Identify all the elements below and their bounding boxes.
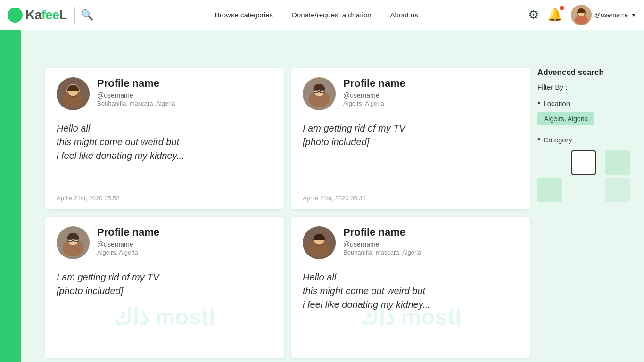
notifications-icon[interactable]: 🔔 [547,8,562,22]
category-grid-row1 [537,150,636,175]
card-1-footer: Aprile 21st, 2020 05:58 [57,191,272,202]
adv-search-title: Advenced search [537,68,636,77]
user-avatar [571,5,592,25]
adv-category-label: Category [537,135,636,145]
card-2-location: Algeirs, Algeria [343,100,405,107]
card-4-footer [303,347,519,351]
nav-right: ⚙ 🔔 @username ▼ [528,5,636,25]
left-sidebar [0,0,21,362]
card-4-header: Profile name @username Bouhanifia, masca… [303,226,519,259]
card-4-message: Hello allthis might come out weird buti … [303,271,519,312]
card-2-username: @username [343,91,405,99]
card-1-avatar [57,77,90,110]
page-wrapper: Profile name @username Bouhanifia, masca… [21,30,644,358]
card-2-meta: Profile name @username Algeirs, Algeria [343,77,405,107]
advanced-search-sidebar: Advenced search Filter By : Location Alg… [537,68,636,358]
card-2-footer: Aprile 21st, 2020 05:30 [303,191,519,202]
card-1-location: Bouhanifia, mascara, Algeria [97,100,175,107]
card-3-message: I am getting rid of my TV[photo included… [57,271,272,298]
navbar: KafeeL 🔍 Browse categories Donate/reques… [0,0,644,30]
notification-badge [560,6,564,10]
card-2-profile-name: Profile name [343,77,405,90]
search-icon[interactable]: 🔍 [81,9,93,21]
card-3-username: @username [97,240,159,248]
logo-circle [8,8,23,23]
card-2-avatar [303,77,336,110]
adv-location-value[interactable]: Algeirs, Algeria [537,112,594,125]
card-1-meta: Profile name @username Bouhanifia, masca… [97,77,175,107]
logo-text: KafeeL [25,8,66,23]
card-1-profile-name: Profile name [97,77,175,90]
card-2-header: Profile name @username Algeirs, Algeria [303,77,519,110]
card-3-footer [57,347,272,351]
card-3-location: Algeirs, Algeria [97,249,159,256]
settings-icon[interactable]: ⚙ [528,8,539,22]
card-1-message: Hello allthis might come out weird buti … [57,122,272,163]
card-4[interactable]: Profile name @username Bouhanifia, masca… [291,217,530,358]
card-3-meta: Profile name @username Algeirs, Algeria [97,226,159,256]
nav-caret-icon: ▼ [631,12,636,18]
card-4-profile-name: Profile name [343,226,421,239]
nav-donate[interactable]: Donate/request a dnation [292,11,371,19]
card-1-username: @username [97,91,175,99]
card-4-avatar [303,226,336,259]
cat-icon-1[interactable] [537,150,562,175]
card-4-body: Hello allthis might come out weird buti … [303,267,519,347]
nav-links: Browse categories Donate/request a dnati… [105,11,528,19]
card-2[interactable]: Profile name @username Algeirs, Algeria … [291,68,530,209]
card-3-profile-name: Profile name [97,226,159,239]
cards-area: Profile name @username Bouhanifia, masca… [45,68,530,358]
cat-icon-6[interactable] [605,178,630,202]
card-4-meta: Profile name @username Bouhanifia, masca… [343,226,421,256]
cat-icon-3[interactable] [605,150,630,175]
category-grid-row2 [537,178,636,202]
nav-about[interactable]: About us [390,11,418,19]
nav-browse[interactable]: Browse categories [215,11,273,19]
card-3-avatar [57,226,90,259]
nav-divider [74,7,75,24]
cat-icon-2[interactable] [571,150,596,175]
nav-username: @username [594,11,628,18]
card-1[interactable]: Profile name @username Bouhanifia, masca… [45,68,284,209]
card-3-body: I am getting rid of my TV[photo included… [57,267,272,347]
card-2-body: I am getting rid of my TV[photo included… [303,118,519,191]
card-3[interactable]: Profile name @username Algeirs, Algeria … [45,217,284,358]
card-3-header: Profile name @username Algeirs, Algeria [57,226,272,259]
card-1-body: Hello allthis might come out weird buti … [57,118,272,191]
card-2-message: I am getting rid of my TV[photo included… [303,122,519,149]
card-1-header: Profile name @username Bouhanifia, masca… [57,77,272,110]
cat-icon-5[interactable] [571,178,596,202]
card-4-username: @username [343,240,421,248]
cat-icon-4[interactable] [537,178,562,202]
adv-location-label: Location [537,99,636,108]
user-menu[interactable]: @username ▼ [571,5,636,25]
card-4-location: Bouhanifia, mascara, Algeria [343,249,421,256]
adv-filter-label: Filter By : [537,83,636,91]
